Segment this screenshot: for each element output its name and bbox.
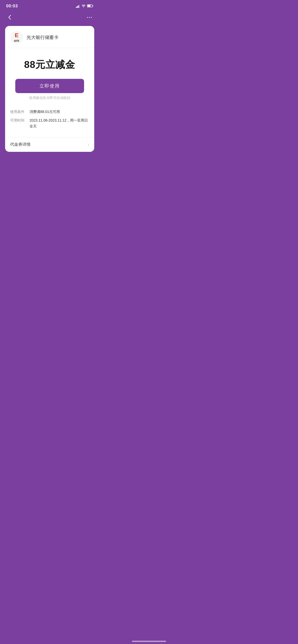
- main-card: E ank 光大银行储蓄卡 88元立减金 立即使用 使用微信支付即可自动抵扣 使…: [5, 26, 94, 152]
- more-dots-icon: ···: [87, 14, 93, 20]
- condition-value: 消费满88.01元可用: [30, 109, 89, 114]
- time-value: 2023.11.06-2023.11.12，周一至周日全天: [30, 118, 89, 129]
- details-section: 使用条件 消费满88.01元可用 可用时间 2023.11.06-2023.11…: [5, 104, 94, 137]
- logo-ank: ank: [14, 39, 19, 42]
- more-button[interactable]: ···: [85, 13, 94, 22]
- use-button-section: 立即使用 使用微信支付即可自动抵扣: [5, 79, 94, 104]
- svg-rect-1: [77, 6, 78, 8]
- condition-label: 使用条件: [10, 109, 24, 114]
- logo-e: E: [14, 33, 19, 38]
- condition-row: 使用条件 消费满88.01元可用: [10, 109, 89, 114]
- signal-icon: [76, 4, 80, 8]
- status-time: 00:03: [6, 4, 18, 9]
- status-bar: 00:03: [0, 0, 99, 11]
- voucher-detail-link[interactable]: 代金券详情 ›: [5, 137, 94, 152]
- use-button[interactable]: 立即使用: [15, 79, 84, 93]
- svg-rect-5: [93, 5, 93, 6]
- nav-bar: ···: [0, 11, 99, 26]
- voucher-detail-label: 代金券详情: [10, 142, 31, 147]
- use-hint: 使用微信支付即可自动抵扣: [15, 96, 84, 100]
- wifi-icon: [82, 4, 86, 8]
- svg-rect-3: [79, 5, 80, 8]
- bank-logo: E ank: [10, 31, 23, 44]
- svg-rect-6: [88, 5, 91, 7]
- voucher-amount: 88元立减金: [10, 58, 89, 71]
- status-icons: [76, 4, 93, 8]
- time-row: 可用时间 2023.11.06-2023.11.12，周一至周日全天: [10, 118, 89, 129]
- time-label: 可用时间: [10, 118, 24, 123]
- battery-icon: [87, 4, 93, 8]
- card-header: E ank 光大银行储蓄卡: [5, 26, 94, 48]
- voucher-section: 88元立减金: [5, 48, 94, 79]
- bank-name: 光大银行储蓄卡: [26, 34, 59, 40]
- back-button[interactable]: [5, 13, 14, 22]
- svg-rect-2: [78, 5, 79, 8]
- svg-rect-0: [76, 7, 77, 8]
- chevron-right-icon: ›: [88, 142, 89, 147]
